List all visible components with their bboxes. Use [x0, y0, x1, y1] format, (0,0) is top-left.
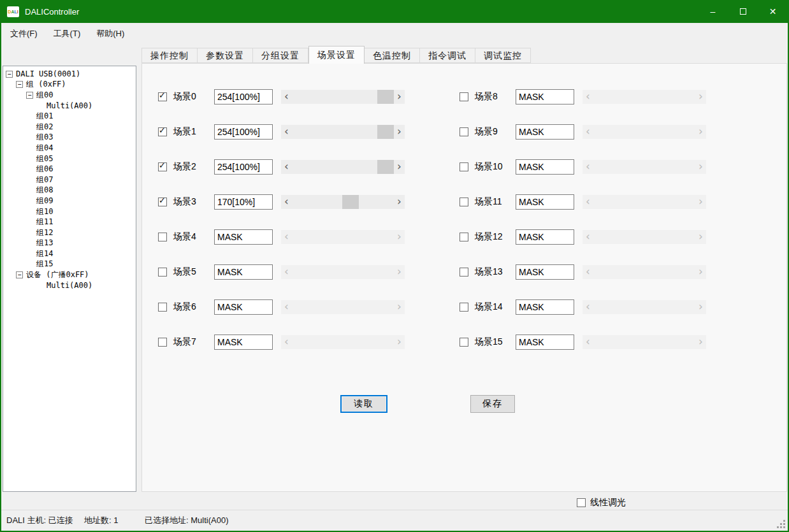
- scene-checkbox[interactable]: [460, 303, 468, 312]
- slider-track[interactable]: [593, 300, 695, 314]
- scene-checkbox[interactable]: ✓: [158, 127, 167, 136]
- slider-right-arrow-icon[interactable]: ›: [695, 160, 706, 174]
- scene-checkbox[interactable]: ✓: [158, 92, 167, 101]
- scene-slider[interactable]: ‹›: [281, 195, 405, 209]
- close-button[interactable]: ✕: [758, 0, 788, 23]
- scene-slider[interactable]: ‹›: [281, 335, 405, 349]
- slider-track[interactable]: [292, 335, 394, 349]
- scene-checkbox[interactable]: [460, 92, 468, 101]
- tab-1[interactable]: 操作控制: [141, 48, 198, 63]
- slider-track[interactable]: [593, 335, 695, 349]
- slider-track[interactable]: [292, 195, 394, 209]
- slider-track[interactable]: [593, 125, 695, 139]
- scene-slider[interactable]: ‹›: [281, 125, 405, 139]
- scene-value-input[interactable]: [516, 334, 574, 350]
- scene-value-input[interactable]: [516, 299, 574, 315]
- scene-slider[interactable]: ‹›: [281, 300, 405, 314]
- slider-left-arrow-icon[interactable]: ‹: [583, 335, 593, 349]
- menu-item[interactable]: 文件(F): [4, 25, 44, 43]
- slider-left-arrow-icon[interactable]: ‹: [281, 265, 292, 279]
- slider-left-arrow-icon[interactable]: ‹: [281, 230, 292, 244]
- slider-track[interactable]: [292, 300, 394, 314]
- scene-slider[interactable]: ‹›: [583, 265, 706, 279]
- slider-left-arrow-icon[interactable]: ‹: [583, 300, 593, 314]
- slider-left-arrow-icon[interactable]: ‹: [583, 90, 593, 104]
- scene-slider[interactable]: ‹›: [281, 265, 405, 279]
- slider-thumb[interactable]: [342, 195, 359, 209]
- tab-3[interactable]: 分组设置: [253, 48, 308, 63]
- scene-value-input[interactable]: [516, 264, 574, 280]
- slider-right-arrow-icon[interactable]: ›: [695, 300, 706, 314]
- slider-right-arrow-icon[interactable]: ›: [695, 335, 706, 349]
- slider-track[interactable]: [593, 195, 695, 209]
- scene-value-input[interactable]: [516, 89, 574, 104]
- menu-item[interactable]: 工具(T): [47, 25, 87, 43]
- tree-collapse-icon[interactable]: −: [16, 271, 23, 278]
- scene-slider[interactable]: ‹›: [583, 335, 706, 349]
- tab-2[interactable]: 参数设置: [198, 48, 253, 63]
- slider-track[interactable]: [593, 230, 695, 244]
- scene-checkbox[interactable]: [158, 338, 167, 347]
- slider-right-arrow-icon[interactable]: ›: [695, 265, 706, 279]
- resize-grip-icon[interactable]: [777, 520, 786, 529]
- scene-slider[interactable]: ‹›: [281, 230, 405, 244]
- slider-track[interactable]: [292, 90, 394, 104]
- slider-left-arrow-icon[interactable]: ‹: [583, 160, 593, 174]
- slider-right-arrow-icon[interactable]: ›: [394, 265, 405, 279]
- tree-item[interactable]: −设备 (广播0xFF): [3, 270, 136, 280]
- tree-item[interactable]: 组01: [3, 111, 136, 122]
- tree-item[interactable]: 组13: [3, 238, 136, 249]
- tree-item[interactable]: 组08: [3, 185, 136, 196]
- tree-item[interactable]: −组 (0xFF): [3, 80, 136, 90]
- maximize-button[interactable]: [728, 0, 758, 23]
- scene-checkbox[interactable]: ✓: [158, 198, 167, 206]
- slider-left-arrow-icon[interactable]: ‹: [281, 335, 292, 349]
- scene-checkbox[interactable]: [460, 233, 468, 241]
- menu-item[interactable]: 帮助(H): [90, 25, 131, 43]
- tree-item[interactable]: −DALI USB(0001): [3, 69, 136, 80]
- slider-right-arrow-icon[interactable]: ›: [394, 230, 405, 244]
- tree-item[interactable]: 组15: [3, 259, 136, 270]
- scene-checkbox[interactable]: ✓: [158, 162, 167, 171]
- tree-collapse-icon[interactable]: −: [6, 71, 13, 78]
- slider-right-arrow-icon[interactable]: ›: [695, 230, 706, 244]
- tree-item[interactable]: 组12: [3, 227, 136, 238]
- tree-item[interactable]: 组05: [3, 154, 136, 164]
- slider-track[interactable]: [593, 265, 695, 279]
- scene-slider[interactable]: ‹›: [583, 160, 706, 174]
- slider-track[interactable]: [292, 125, 394, 139]
- slider-thumb[interactable]: [377, 125, 394, 139]
- tree-collapse-icon[interactable]: −: [16, 81, 23, 88]
- slider-left-arrow-icon[interactable]: ‹: [281, 90, 292, 104]
- scene-value-input[interactable]: [214, 194, 273, 210]
- slider-right-arrow-icon[interactable]: ›: [394, 90, 405, 104]
- scene-value-input[interactable]: [214, 299, 273, 315]
- scene-slider[interactable]: ‹›: [583, 125, 706, 139]
- scene-checkbox[interactable]: [460, 338, 468, 347]
- scene-slider[interactable]: ‹›: [281, 90, 405, 104]
- slider-right-arrow-icon[interactable]: ›: [394, 335, 405, 349]
- tree-item[interactable]: 组11: [3, 217, 136, 227]
- scene-value-input[interactable]: [214, 124, 273, 140]
- slider-thumb[interactable]: [377, 160, 394, 174]
- slider-left-arrow-icon[interactable]: ‹: [281, 160, 292, 174]
- scene-value-input[interactable]: [214, 229, 273, 245]
- tree-item[interactable]: Multi(A00): [3, 280, 136, 291]
- tree-item[interactable]: −组00: [3, 90, 136, 101]
- scene-slider[interactable]: ‹›: [583, 195, 706, 209]
- minimize-button[interactable]: –: [698, 0, 728, 23]
- slider-right-arrow-icon[interactable]: ›: [695, 195, 706, 209]
- tab-7[interactable]: 调试监控: [475, 48, 531, 63]
- tree-item[interactable]: 组02: [3, 122, 136, 133]
- scene-checkbox[interactable]: [158, 268, 167, 277]
- slider-left-arrow-icon[interactable]: ‹: [281, 125, 292, 139]
- tree-item[interactable]: Multi(A00): [3, 101, 136, 111]
- slider-left-arrow-icon[interactable]: ‹: [583, 265, 593, 279]
- tree-item[interactable]: 组09: [3, 196, 136, 206]
- tree-item[interactable]: 组14: [3, 248, 136, 259]
- scene-checkbox[interactable]: [460, 198, 468, 206]
- tree-item[interactable]: 组04: [3, 143, 136, 154]
- tree-item[interactable]: 组07: [3, 175, 136, 185]
- scene-value-input[interactable]: [516, 159, 574, 175]
- scene-value-input[interactable]: [516, 194, 574, 210]
